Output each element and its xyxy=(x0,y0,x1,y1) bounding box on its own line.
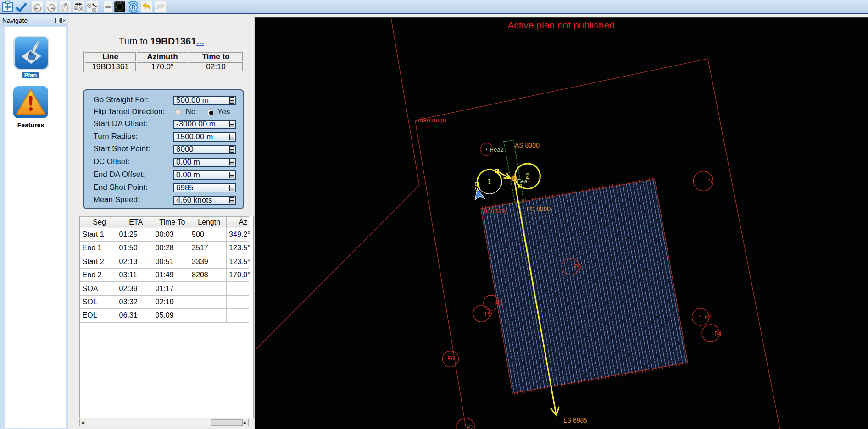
svg-text:1: 1 xyxy=(487,178,491,186)
svg-text:Active plan not published.: Active plan not published. xyxy=(507,20,617,30)
svg-text:P3: P3 xyxy=(467,424,473,429)
svg-text:R: R xyxy=(132,4,136,11)
svg-text:boudary: boudary xyxy=(484,207,507,214)
svg-text:diaotouqu: diaotouqu xyxy=(418,116,446,124)
svg-text:P9: P9 xyxy=(485,311,492,317)
svg-text:Fea2: Fea2 xyxy=(490,146,504,153)
svg-text:P2: P2 xyxy=(704,314,711,320)
svg-text:P8: P8 xyxy=(447,355,454,362)
svg-text:P4: P4 xyxy=(714,330,721,337)
svg-text:2: 2 xyxy=(526,172,530,180)
svg-text:P6: P6 xyxy=(495,300,502,307)
svg-text:LS 6985: LS 6985 xyxy=(563,417,587,424)
svg-text:FS 8000: FS 8000 xyxy=(526,205,551,213)
svg-text:P5: P5 xyxy=(574,264,581,270)
svg-text:P7: P7 xyxy=(706,178,713,184)
svg-text:AS 8300: AS 8300 xyxy=(515,142,540,149)
